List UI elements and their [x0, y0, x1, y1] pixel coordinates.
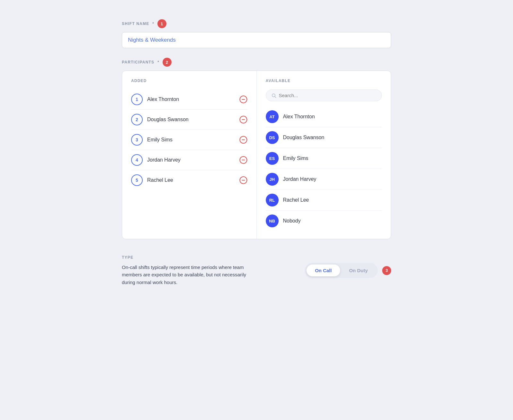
- remove-button[interactable]: [239, 176, 248, 184]
- avatar-badge: JH: [266, 173, 279, 186]
- number-badge: 4: [131, 154, 143, 166]
- participants-panel: ADDED 1 Alex Thornton 2 Douglas Swanson …: [122, 71, 391, 239]
- available-item-name: Alex Thornton: [283, 114, 315, 120]
- available-item[interactable]: AT Alex Thornton: [266, 106, 382, 127]
- toggle-on-call-button[interactable]: On Call: [307, 265, 340, 276]
- added-item-name: Jordan Harvey: [147, 157, 235, 163]
- added-item-name: Emily Sims: [147, 137, 235, 143]
- added-item-name: Douglas Swanson: [147, 117, 235, 122]
- number-badge: 3: [131, 134, 143, 146]
- remove-icon: [240, 136, 247, 144]
- remove-button[interactable]: [239, 95, 248, 104]
- added-item-name: Alex Thornton: [147, 97, 235, 102]
- remove-button[interactable]: [239, 136, 248, 144]
- step-badge-1: 1: [157, 19, 166, 28]
- avatar-badge: ES: [266, 152, 279, 165]
- type-toggle-wrapper: On Call On Duty 3: [305, 263, 391, 278]
- form-container: SHIFT NAME * 1 PARTICIPANTS * 2 ADDED 1 …: [122, 13, 391, 296]
- participants-required: *: [157, 60, 159, 64]
- shift-name-input[interactable]: [122, 32, 391, 48]
- available-item-name: Emily Sims: [283, 155, 308, 161]
- added-panel: ADDED 1 Alex Thornton 2 Douglas Swanson …: [122, 71, 257, 239]
- available-item[interactable]: DS Douglas Swanson: [266, 127, 382, 148]
- remove-icon: [240, 176, 247, 184]
- number-badge: 1: [131, 94, 143, 105]
- avatar-badge: RL: [266, 194, 279, 206]
- added-item: 1 Alex Thornton: [131, 89, 248, 110]
- step-badge-3: 3: [382, 266, 391, 275]
- avatar-badge: NB: [266, 214, 279, 227]
- svg-line-1: [275, 97, 276, 98]
- participants-section-label: PARTICIPANTS * 2: [122, 58, 391, 67]
- remove-icon: [240, 116, 247, 123]
- search-box[interactable]: [266, 89, 382, 101]
- available-item[interactable]: RL Rachel Lee: [266, 190, 382, 211]
- type-section: TYPE On-call shifts typically represent …: [122, 252, 391, 289]
- available-item-name: Jordan Harvey: [283, 176, 316, 182]
- available-title: AVAILABLE: [266, 79, 382, 83]
- available-item[interactable]: JH Jordan Harvey: [266, 169, 382, 190]
- added-item-name: Rachel Lee: [147, 177, 235, 183]
- shift-name-label: SHIFT NAME: [122, 21, 149, 26]
- added-item: 3 Emily Sims: [131, 130, 248, 150]
- avatar-badge: DS: [266, 131, 279, 144]
- remove-icon: [240, 156, 247, 164]
- available-panel: AVAILABLE AT Alex Thornton DS Douglas Sw…: [257, 71, 391, 239]
- number-badge: 5: [131, 174, 143, 186]
- available-item[interactable]: NB Nobody: [266, 211, 382, 231]
- remove-icon: [240, 96, 247, 103]
- number-badge: 2: [131, 114, 143, 125]
- type-description: On-call shifts typically represent time …: [122, 264, 250, 286]
- available-item-name: Douglas Swanson: [283, 135, 324, 140]
- step-badge-2: 2: [163, 58, 172, 67]
- available-list: AT Alex Thornton DS Douglas Swanson ES E…: [266, 106, 382, 231]
- remove-button[interactable]: [239, 156, 248, 164]
- shift-name-required: *: [152, 21, 154, 26]
- type-toggle: On Call On Duty: [305, 263, 378, 278]
- available-item[interactable]: ES Emily Sims: [266, 148, 382, 169]
- available-item-name: Rachel Lee: [283, 197, 309, 203]
- avatar-badge: AT: [266, 110, 279, 123]
- added-item: 2 Douglas Swanson: [131, 110, 248, 130]
- participants-label: PARTICIPANTS: [122, 60, 154, 64]
- available-item-name: Nobody: [283, 218, 301, 224]
- toggle-on-duty-button[interactable]: On Duty: [341, 265, 376, 276]
- added-item: 4 Jordan Harvey: [131, 150, 248, 170]
- added-item: 5 Rachel Lee: [131, 170, 248, 190]
- remove-button[interactable]: [239, 115, 248, 124]
- search-icon: [271, 93, 276, 98]
- shift-name-section-label: SHIFT NAME * 1: [122, 19, 391, 28]
- type-label: TYPE: [122, 255, 295, 260]
- added-title: ADDED: [131, 79, 248, 83]
- search-input[interactable]: [279, 93, 377, 98]
- added-list: 1 Alex Thornton 2 Douglas Swanson 3 Emil…: [131, 89, 248, 190]
- type-left: TYPE On-call shifts typically represent …: [122, 255, 295, 286]
